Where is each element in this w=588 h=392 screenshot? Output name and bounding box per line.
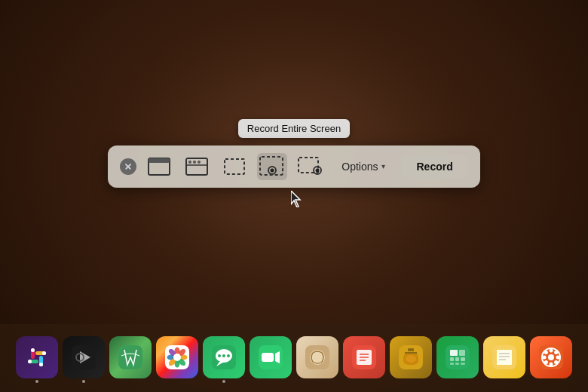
svg-rect-63	[450, 363, 454, 365]
close-button[interactable]	[120, 158, 136, 175]
dock-item-photos[interactable]	[156, 336, 198, 378]
dock-item-pencil[interactable]	[343, 336, 385, 378]
svg-point-43	[227, 354, 230, 357]
svg-rect-67	[497, 350, 512, 365]
svg-rect-65	[461, 363, 465, 365]
record-screen-button[interactable]	[257, 153, 287, 180]
screenshot-selection-button[interactable]	[219, 153, 250, 180]
svg-point-4	[193, 161, 196, 164]
svg-point-10	[271, 168, 274, 172]
svg-point-42	[222, 354, 225, 357]
dock-dot-messages	[222, 380, 225, 383]
svg-point-19	[39, 363, 43, 366]
dock-dot-fcpx	[82, 380, 85, 383]
svg-rect-59	[459, 350, 465, 356]
dock	[0, 324, 588, 392]
svg-point-41	[218, 354, 221, 357]
screenshot-toolbar: Options ▾ Record	[108, 145, 479, 188]
cursor-icon	[291, 191, 302, 207]
dock-item-maps[interactable]	[109, 336, 152, 378]
svg-rect-1	[149, 158, 170, 163]
svg-point-78	[544, 351, 548, 354]
svg-rect-58	[450, 350, 458, 356]
svg-point-23	[42, 351, 46, 355]
screenshot-window-button[interactable]	[144, 153, 174, 180]
svg-rect-55	[408, 348, 414, 351]
record-button[interactable]: Record	[402, 155, 468, 178]
dock-item-numbers[interactable]	[436, 336, 479, 378]
svg-rect-62	[461, 357, 465, 361]
svg-point-73	[548, 354, 554, 360]
svg-point-77	[556, 356, 560, 360]
dock-dot-slack	[35, 380, 38, 383]
record-label: Record	[417, 161, 453, 173]
dock-item-squash[interactable]	[390, 336, 432, 378]
svg-point-75	[550, 363, 553, 366]
svg-point-80	[554, 351, 558, 354]
dock-item-slack[interactable]	[16, 336, 58, 378]
chevron-down-icon: ▾	[381, 162, 385, 170]
screenshot-app-window-button[interactable]	[182, 153, 212, 180]
svg-point-17	[31, 348, 35, 352]
svg-marker-14	[291, 191, 300, 207]
svg-rect-45	[262, 353, 274, 362]
dock-item-fcpx[interactable]	[63, 336, 105, 378]
svg-rect-64	[455, 363, 459, 365]
dock-item-marble[interactable]	[296, 336, 338, 378]
svg-point-13	[316, 168, 320, 172]
dock-item-notes[interactable]	[483, 336, 525, 378]
svg-point-37	[173, 354, 181, 361]
svg-point-81	[544, 360, 548, 364]
options-label: Options	[341, 161, 378, 173]
dock-item-facetime[interactable]	[250, 336, 292, 378]
svg-point-79	[554, 360, 558, 364]
record-selection-button[interactable]	[295, 153, 325, 180]
svg-point-3	[188, 161, 191, 164]
dock-item-messages[interactable]	[203, 336, 245, 378]
svg-rect-60	[450, 357, 454, 361]
dock-item-mango[interactable]	[530, 336, 572, 378]
tooltip: Record Entire Screen	[238, 119, 350, 138]
svg-rect-7	[225, 159, 244, 174]
svg-point-5	[198, 161, 201, 164]
svg-point-21	[28, 360, 32, 363]
options-button[interactable]: Options ▾	[332, 156, 394, 177]
svg-rect-11	[299, 158, 318, 173]
svg-point-74	[550, 349, 553, 353]
svg-rect-8	[260, 157, 283, 175]
svg-rect-61	[455, 357, 459, 361]
svg-point-56	[406, 355, 416, 363]
svg-point-76	[543, 356, 547, 360]
svg-point-48	[310, 350, 325, 365]
